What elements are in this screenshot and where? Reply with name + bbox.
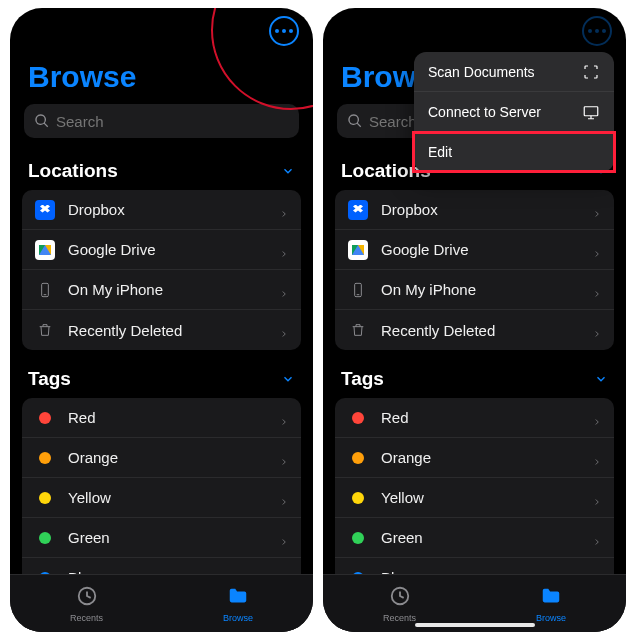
svg-rect-6 [584, 106, 598, 115]
more-button[interactable] [582, 16, 612, 46]
tag-label: Orange [381, 449, 592, 466]
tab-recents[interactable]: Recents [70, 585, 103, 623]
server-icon [582, 103, 600, 121]
google-drive-icon [348, 240, 368, 260]
left-phone: Browse Locations Dropbox Google Drive On… [10, 8, 313, 632]
chevron-right-icon [279, 245, 289, 255]
more-button[interactable] [269, 16, 299, 46]
menu-connect-to-server[interactable]: Connect to Server [414, 92, 614, 132]
search-icon [347, 113, 363, 129]
chevron-down-icon [281, 164, 295, 178]
chevron-right-icon [279, 285, 289, 295]
dropbox-icon [348, 200, 368, 220]
chevron-right-icon [592, 325, 602, 335]
location-google-drive[interactable]: Google Drive [335, 230, 614, 270]
tag-label: Green [381, 529, 592, 546]
chevron-right-icon [592, 493, 602, 503]
chevron-right-icon [279, 453, 289, 463]
trash-icon [34, 319, 56, 341]
chevron-right-icon [592, 245, 602, 255]
chevron-right-icon [279, 493, 289, 503]
chevron-right-icon [279, 413, 289, 423]
tag-yellow[interactable]: Yellow [22, 478, 301, 518]
tag-red[interactable]: Red [335, 398, 614, 438]
locations-list: Dropbox Google Drive On My iPhone Recent… [335, 190, 614, 350]
tag-yellow[interactable]: Yellow [335, 478, 614, 518]
chevron-right-icon [279, 533, 289, 543]
right-phone: Browse Locations Dropbox Google Drive On… [323, 8, 626, 632]
trash-icon [347, 319, 369, 341]
chevron-right-icon [592, 453, 602, 463]
chevron-right-icon [279, 325, 289, 335]
tab-bar: Recents Browse [10, 574, 313, 632]
tab-browse[interactable]: Browse [536, 585, 566, 623]
location-recently-deleted[interactable]: Recently Deleted [335, 310, 614, 350]
home-indicator [415, 623, 535, 627]
tag-red[interactable]: Red [22, 398, 301, 438]
dropbox-icon [35, 200, 55, 220]
tag-green[interactable]: Green [22, 518, 301, 558]
iphone-icon [347, 279, 369, 301]
tag-dot-icon [39, 492, 51, 504]
location-on-my-iphone[interactable]: On My iPhone [335, 270, 614, 310]
clock-icon [389, 585, 411, 611]
tag-orange[interactable]: Orange [22, 438, 301, 478]
tag-dot-icon [352, 412, 364, 424]
tag-dot-icon [352, 532, 364, 544]
location-google-drive[interactable]: Google Drive [22, 230, 301, 270]
chevron-right-icon [279, 205, 289, 215]
tags-header[interactable]: Tags [323, 360, 626, 398]
tag-dot-icon [39, 412, 51, 424]
tag-label: Orange [68, 449, 279, 466]
chevron-right-icon [592, 205, 602, 215]
chevron-down-icon [281, 372, 295, 386]
tag-dot-icon [352, 452, 364, 464]
search-field[interactable] [24, 104, 299, 138]
locations-list: Dropbox Google Drive On My iPhone Recent… [22, 190, 301, 350]
chevron-right-icon [592, 413, 602, 423]
tag-orange[interactable]: Orange [335, 438, 614, 478]
location-dropbox[interactable]: Dropbox [335, 190, 614, 230]
location-on-my-iphone[interactable]: On My iPhone [22, 270, 301, 310]
locations-header[interactable]: Locations [10, 152, 313, 190]
tag-label: Red [381, 409, 592, 426]
folder-icon [539, 585, 563, 611]
chevron-right-icon [592, 285, 602, 295]
clock-icon [76, 585, 98, 611]
tag-dot-icon [352, 492, 364, 504]
location-dropbox[interactable]: Dropbox [22, 190, 301, 230]
tags-header[interactable]: Tags [10, 360, 313, 398]
scan-icon [582, 63, 600, 81]
tab-recents[interactable]: Recents [383, 585, 416, 623]
tag-dot-icon [39, 452, 51, 464]
chevron-right-icon [592, 533, 602, 543]
menu-edit[interactable]: Edit [414, 132, 614, 172]
tag-label: Red [68, 409, 279, 426]
search-icon [34, 113, 50, 129]
location-recently-deleted[interactable]: Recently Deleted [22, 310, 301, 350]
folder-icon [226, 585, 250, 611]
tag-label: Green [68, 529, 279, 546]
search-input[interactable] [56, 113, 289, 130]
google-drive-icon [35, 240, 55, 260]
tag-dot-icon [39, 532, 51, 544]
chevron-down-icon [594, 372, 608, 386]
tag-green[interactable]: Green [335, 518, 614, 558]
iphone-icon [34, 279, 56, 301]
tab-browse[interactable]: Browse [223, 585, 253, 623]
tag-label: Yellow [381, 489, 592, 506]
context-menu: Scan Documents Connect to Server Edit [414, 52, 614, 172]
tag-label: Yellow [68, 489, 279, 506]
menu-scan-documents[interactable]: Scan Documents [414, 52, 614, 92]
